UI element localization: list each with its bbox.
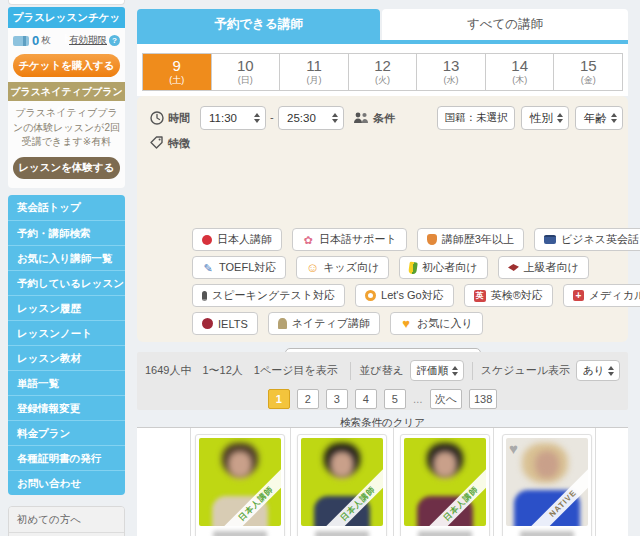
date-weekday: (月) [280,74,348,86]
time-separator: - [270,111,274,123]
sidebar-item-1[interactable]: 予約・講師検索 [8,220,125,245]
plus-native-plan-description: プラスネイティブプランの体験レッスンが2回受講できます※有料 [8,101,125,154]
teacher-card[interactable]: NATIVE♥ [502,434,592,536]
feature-tag-ielts[interactable]: IELTS [192,312,258,335]
sidebar-item-4[interactable]: レッスン履歴 [8,295,125,320]
sidebar-item-0[interactable]: 英会話トップ [8,195,125,220]
feature-tag-label: 初心者向け [422,260,477,275]
feature-tag-label: スピーキングテスト対応 [212,288,335,303]
table-column-divider [393,428,394,536]
tab-all-teachers[interactable]: すべての講師 [382,9,628,40]
date-band: 9(土)10(日)11(月)12(火)13(水)14(木)15(金) [137,44,628,96]
date-cell-14[interactable]: 14(木) [485,54,554,90]
sidebar-item-2[interactable]: お気に入り講師一覧 [8,245,125,270]
date-cell-10[interactable]: 10(日) [211,54,280,90]
plus-lesson-ticket-header: プラスレッスンチケット [8,7,125,28]
page-button-3[interactable]: 3 [326,389,348,409]
feature-tag-graduate-cap[interactable]: 上級者向け [498,256,589,279]
next-page-button[interactable]: 次へ [430,389,462,409]
last-page-button[interactable]: 138 [469,389,497,409]
stepper-icon [557,113,563,123]
teacher-photo: 日本人講師 [199,438,281,526]
feature-tag-native-badge[interactable]: ネイティブ講師 [268,312,380,335]
date-number: 10 [212,57,280,74]
date-cell-12[interactable]: 12(火) [348,54,417,90]
date-weekday: (土) [143,74,211,86]
teacher-face [433,451,457,478]
sidebar-item-7[interactable]: 単語一覧 [8,370,125,395]
filter-panel: 時間 11:30 - 25:30 条件 国籍：未選択 性別 年齢 [137,96,628,342]
page-button-4[interactable]: 4 [355,389,377,409]
sidebar-item-6[interactable]: レッスン教材 [8,345,125,370]
teacher-schedule-table: 日本人講師日本人講師日本人講師NATIVE♥ [137,427,628,536]
sidebar-item-3[interactable]: 予約しているレッスン [8,270,125,295]
sidebar-item-5[interactable]: レッスンノート [8,320,125,345]
ticket-icon [13,36,29,46]
date-number: 15 [554,57,622,74]
time-condition-row: 時間 11:30 - 25:30 条件 国籍：未選択 性別 年齢 [137,106,628,132]
sort-select[interactable]: 評価順 [410,360,464,381]
question-icon[interactable]: ? [109,35,120,46]
feature-tag-label: 講師歴3年以上 [442,232,514,247]
sidebar-item-8[interactable]: 登録情報変更 [8,395,125,420]
teacher-photo: 日本人講師 [404,438,486,526]
ticket-count: 0 [32,33,39,48]
sidebar-item-10[interactable]: 各種証明書の発行 [8,445,125,470]
teacher-name-blurred [418,531,472,536]
table-column-divider [190,428,191,536]
top-widget-remnant [8,0,125,5]
stepper-icon [611,113,617,123]
feature-tag-label: ビジネス英会話 [561,232,639,247]
date-cell-13[interactable]: 13(水) [416,54,485,90]
teacher-name-blurred [520,531,574,536]
page-button-5[interactable]: 5 [384,389,406,409]
letsgo-ring-icon [365,290,376,301]
plus-native-plan-header: プラスネイティブプラン体験 [8,82,125,101]
time-to-select[interactable]: 25:30 [278,106,344,130]
feature-tag-heart[interactable]: ♥お気に入り [390,312,483,335]
pagination: 12345…次へ138 [137,389,628,409]
teacher-card[interactable]: 日本人講師 [400,434,490,536]
teacher-card[interactable]: 日本人講師 [297,434,387,536]
nationality-button[interactable]: 国籍：未選択 [437,106,515,130]
feature-tag-label: IELTS [218,318,248,330]
feature-tag-letsgo-ring[interactable]: Let's Go対応 [355,284,454,307]
feature-tag-beginner-leaf[interactable]: 初心者向け [399,256,487,279]
feature-tag-japan-flag[interactable]: 日本人講師 [192,228,282,251]
feature-tag-toefl-pencil[interactable]: ✎TOEFL対応 [192,256,286,279]
feature-tag-kids-smiley[interactable]: ☺キッズ向け [296,256,389,279]
age-select[interactable]: 年齢 [575,106,623,130]
feature-tag-label: 日本人講師 [217,232,272,247]
buy-ticket-button[interactable]: チケットを購入する [13,54,120,77]
feature-tag-microphone[interactable]: スピーキングテスト対応 [192,284,345,307]
favorite-heart-icon[interactable]: ♥ [509,441,518,456]
tab-bookable-teachers[interactable]: 予約できる講師 [137,9,380,40]
sidebar-item-11[interactable]: お問い合わせ [8,470,125,495]
people-icon [353,112,369,124]
page-button-2[interactable]: 2 [297,389,319,409]
gender-select[interactable]: 性別 [521,106,569,130]
sidebar-secondary-item-1[interactable]: 講師について [9,532,124,536]
date-cell-15[interactable]: 15(金) [553,54,622,90]
native-badge-icon [278,318,287,329]
date-cell-9[interactable]: 9(土) [143,54,211,90]
date-cell-11[interactable]: 11(月) [279,54,348,90]
feature-tag-label: ネイティブ講師 [292,316,370,331]
teacher-card[interactable]: 日本人講師 [195,434,285,536]
heart-icon: ♥ [400,318,412,330]
results-line: 1649人中 1〜12人 1ページ目を表示 並び替え 評価順 スケジュール表示 … [137,352,628,381]
feature-tag-eiken[interactable]: 英英検®対応 [464,284,553,307]
schedule-select[interactable]: あり [576,360,620,381]
feature-tag-row-1: ✎TOEFL対応☺キッズ向け初心者向け上級者向け [192,256,617,279]
expiry-link[interactable]: 有効期限 [69,34,107,47]
feature-tag-experience[interactable]: 講師歴3年以上 [417,228,524,251]
page-button-1[interactable]: 1 [268,389,290,409]
time-from-select[interactable]: 11:30 [200,106,266,130]
feature-tag-sakura[interactable]: ✿日本語サポート [292,228,407,251]
feature-tag-medical-cross[interactable]: +メディカル英語対応 [563,284,640,307]
sidebar-item-9[interactable]: 料金プラン [8,420,125,445]
feature-tag-briefcase[interactable]: ビジネス英会話 [534,228,640,251]
sidebar-secondary-item-0[interactable]: 初めての方へ [9,507,124,532]
time-label: 時間 [168,111,190,126]
trial-lesson-button[interactable]: レッスンを体験する [13,157,120,179]
